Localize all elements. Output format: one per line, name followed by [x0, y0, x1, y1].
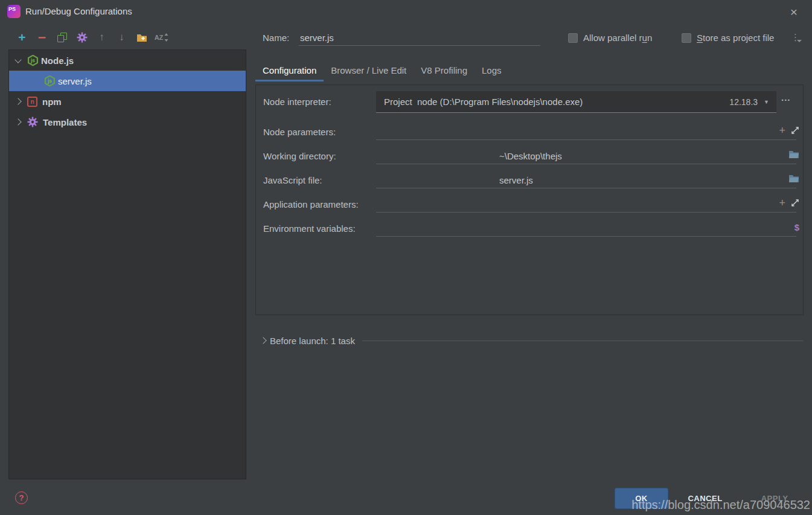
tab-configuration[interactable]: Configuration — [255, 59, 324, 82]
configuration-form: Node interpreter: Project node (D:\Progr… — [255, 85, 804, 315]
tab-v8-profiling[interactable]: V8 Profiling — [414, 59, 475, 82]
tree-item-serverjs[interactable]: js server.js — [9, 71, 246, 91]
edit-templates-button[interactable] — [72, 30, 92, 45]
tree-item-label: Node.js — [41, 56, 74, 66]
add-configuration-button[interactable]: + — [12, 30, 32, 45]
store-as-project-file-label[interactable]: Store as project file — [697, 33, 774, 43]
tree-item-label: server.js — [58, 76, 92, 86]
new-folder-icon — [136, 33, 147, 42]
remove-icon: − — [38, 32, 46, 43]
dialog-title: Run/Debug Configurations — [25, 6, 132, 16]
arrow-up-icon: ↑ — [99, 31, 104, 43]
interpreter-browse-button[interactable]: ... — [781, 92, 791, 103]
sort-configurations-button[interactable]: AZ — [152, 30, 171, 45]
store-as-project-file-checkbox[interactable] — [682, 33, 691, 43]
working-directory-label: Working directory: — [263, 151, 336, 161]
sort-az-icon: AZ — [155, 33, 169, 42]
nodejs-icon: js — [27, 55, 39, 66]
create-folder-button[interactable] — [132, 30, 152, 45]
before-launch-section[interactable]: Before launch: 1 task — [257, 332, 804, 349]
question-mark-icon: ? — [19, 493, 24, 502]
chevron-right-icon[interactable] — [9, 120, 27, 124]
chevron-right-icon[interactable] — [9, 99, 27, 104]
configurations-tree: js Node.js js server.js n npm Templates — [8, 50, 246, 479]
more-options-button[interactable]: ⋮ — [791, 31, 804, 45]
npm-icon: n — [27, 97, 37, 107]
add-macro-icon[interactable]: + — [779, 198, 785, 208]
nodejs-icon: js — [44, 75, 56, 87]
node-parameters-input[interactable] — [376, 124, 796, 140]
help-button[interactable]: ? — [15, 491, 28, 504]
expand-field-icon[interactable] — [791, 199, 799, 207]
copy-icon — [57, 33, 67, 42]
csdn-watermark: https://blog.csdn.net/a709046532 — [631, 498, 810, 512]
configuration-tabs: Configuration Browser / Live Edit V8 Pro… — [255, 59, 509, 82]
copy-configuration-button[interactable] — [52, 30, 72, 45]
working-directory-input[interactable]: ~\Desktop\thejs — [376, 149, 796, 164]
allow-parallel-run-label[interactable]: Allow parallel run — [583, 33, 652, 43]
tree-item-templates[interactable]: Templates — [9, 112, 246, 132]
node-version-badge: 12.18.3 — [729, 97, 758, 107]
folder-icon[interactable] — [788, 150, 799, 159]
tab-browser-live-edit[interactable]: Browser / Live Edit — [324, 59, 414, 82]
configurations-toolbar: + − ↑ ↓ AZ — [12, 28, 171, 47]
tab-logs[interactable]: Logs — [475, 59, 509, 82]
chevron-right-icon[interactable] — [257, 338, 270, 343]
node-interpreter-label: Node interpreter: — [263, 97, 331, 107]
phpstorm-logo-icon: PS — [7, 5, 21, 18]
environment-variables-input[interactable] — [376, 221, 796, 237]
node-parameters-label: Node parameters: — [263, 127, 336, 137]
tree-item-npm[interactable]: n npm — [9, 91, 246, 112]
allow-parallel-run-checkbox[interactable] — [568, 33, 578, 43]
phpstorm-logo-text: PS — [7, 5, 16, 12]
close-icon[interactable]: × — [785, 4, 802, 21]
separator-line — [362, 341, 804, 341]
node-interpreter-value: Project node (D:\Program Files\nodejs\no… — [376, 97, 729, 107]
javascript-file-input[interactable]: server.js — [376, 173, 796, 188]
environment-variables-icon[interactable]: $ — [794, 222, 799, 232]
title-bar: PS Run/Debug Configurations × — [0, 0, 812, 24]
environment-variables-label: Environment variables: — [263, 223, 356, 234]
gear-icon — [77, 32, 88, 43]
chevron-down-icon: ▼ — [764, 99, 769, 105]
templates-gear-icon — [27, 117, 38, 127]
move-down-button[interactable]: ↓ — [112, 30, 132, 45]
name-input[interactable] — [299, 30, 540, 46]
add-macro-icon[interactable]: + — [779, 126, 785, 135]
application-parameters-input[interactable] — [376, 197, 796, 213]
tree-item-label: Templates — [43, 117, 87, 127]
application-parameters-label: Application parameters: — [263, 199, 359, 210]
arrow-down-icon: ↓ — [119, 31, 124, 43]
remove-configuration-button[interactable]: − — [32, 30, 52, 45]
before-launch-label: Before launch: 1 task — [270, 336, 355, 346]
tree-item-nodejs[interactable]: js Node.js — [9, 50, 246, 71]
dropdown-triangle-icon — [797, 40, 802, 42]
move-up-button[interactable]: ↑ — [92, 30, 112, 45]
node-interpreter-select[interactable]: Project node (D:\Program Files\nodejs\no… — [376, 91, 776, 113]
folder-icon[interactable] — [788, 174, 799, 183]
javascript-file-label: JavaScript file: — [263, 175, 322, 185]
name-label: Name: — [263, 33, 289, 43]
tree-item-label: npm — [42, 97, 62, 107]
add-icon: + — [18, 31, 25, 43]
expand-field-icon[interactable] — [791, 126, 799, 135]
chevron-down-icon[interactable] — [9, 59, 27, 62]
